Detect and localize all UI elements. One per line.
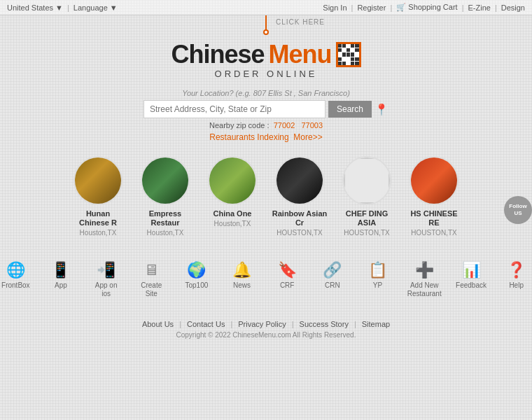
sep3: | bbox=[390, 4, 392, 12]
sep4: | bbox=[462, 4, 464, 12]
footer-link-success-story[interactable]: Success Story bbox=[300, 320, 349, 328]
restaurant-img-inner bbox=[75, 158, 121, 204]
restaurant-card[interactable]: Hunan Chinese R Houston,TX bbox=[70, 156, 126, 237]
logo-menu: Menu bbox=[269, 42, 332, 67]
nav-label: Top100 bbox=[181, 281, 213, 290]
nav-icon: ❓ bbox=[500, 261, 532, 279]
nav-label: YP bbox=[362, 281, 393, 290]
nav-icon: 🌍 bbox=[181, 261, 213, 279]
restaurant-img bbox=[275, 156, 324, 205]
nav-label: Help bbox=[500, 281, 532, 290]
search-button[interactable]: Search bbox=[328, 101, 372, 118]
signin-link[interactable]: Sign In bbox=[323, 4, 346, 12]
nav-item-add-new-restaurant[interactable]: ➕ Add New Restaurant bbox=[407, 261, 442, 298]
click-here-wrapper: CLICK HERE bbox=[0, 15, 532, 35]
nav-item-app-on-ios[interactable]: 📲 App on ios bbox=[90, 261, 122, 298]
restaurant-location: Houston,TX bbox=[70, 229, 126, 237]
footer-link-about-us[interactable]: About Us bbox=[142, 320, 174, 328]
restaurant-location: HOUSTON,TX bbox=[272, 229, 328, 237]
nav-icon: 📋 bbox=[362, 261, 393, 279]
nav-label: App bbox=[46, 281, 77, 290]
nav-label: News bbox=[226, 281, 258, 290]
restaurant-img-inner bbox=[344, 158, 390, 204]
country-selector[interactable]: United States ▼ bbox=[7, 4, 63, 12]
zip1-link[interactable]: 77002 bbox=[274, 121, 295, 130]
cart-link[interactable]: 🛒 Shopping Cart bbox=[396, 3, 457, 12]
nav-item-create-site[interactable]: 🖥 Create Site bbox=[136, 261, 167, 298]
footer-link-sitemap[interactable]: Sitemap bbox=[362, 320, 390, 328]
footer-separator: | bbox=[230, 320, 232, 328]
nav-item-frontbox[interactable]: 🌐 FrontBox bbox=[0, 261, 31, 298]
nav-label: Feedback bbox=[456, 281, 487, 290]
restaurant-img-inner bbox=[276, 158, 323, 204]
restaurant-img-inner bbox=[142, 158, 188, 204]
top-bar-left: United States ▼ | Language ▼ bbox=[7, 4, 118, 12]
qr-inner bbox=[338, 44, 359, 65]
footer: About Us|Contact Us|Privacy Policy|Succe… bbox=[0, 311, 532, 344]
nav-item-crf[interactable]: 🔖 CRF bbox=[272, 261, 303, 298]
restaurants-indexing: Restaurants Indexing More>> bbox=[0, 132, 532, 142]
nav-icon: ➕ bbox=[407, 261, 442, 279]
search-row: Search 📍 bbox=[0, 100, 532, 118]
restaurant-name: China One bbox=[204, 209, 260, 218]
restaurant-name: CHEF DING ASIA bbox=[339, 209, 395, 227]
restaurant-location: HOUSTON,TX bbox=[406, 229, 462, 237]
location-label: Your Location? (e.g. 807 Ellis St , San … bbox=[0, 89, 532, 97]
order-online-text: ORDER ONLINE bbox=[0, 69, 532, 79]
nav-item-top100[interactable]: 🌍 Top100 bbox=[181, 261, 213, 298]
nav-item-help[interactable]: ❓ Help bbox=[500, 261, 532, 298]
nav-icon: 📲 bbox=[90, 261, 122, 279]
restaurant-card[interactable]: HS CHINESE RE HOUSTON,TX bbox=[406, 156, 462, 237]
restaurant-name: Empress Restaur bbox=[137, 209, 193, 227]
nav-item-news[interactable]: 🔔 News bbox=[226, 261, 258, 298]
restaurant-img bbox=[141, 156, 190, 205]
nav-label: Add New Restaurant bbox=[407, 281, 442, 298]
nav-icon: 🔔 bbox=[226, 261, 258, 279]
nav-item-crn[interactable]: 🔗 CRN bbox=[317, 261, 349, 298]
nav-label: FrontBox bbox=[0, 281, 31, 290]
nav-label: CRF bbox=[272, 281, 303, 290]
nav-item-yp[interactable]: 📋 YP bbox=[362, 261, 393, 298]
follow-us-text: FollowUS bbox=[509, 203, 526, 216]
separator: | bbox=[67, 4, 69, 12]
restaurant-img-inner bbox=[411, 158, 457, 204]
restaurants-indexing-link[interactable]: Restaurants Indexing bbox=[209, 132, 288, 142]
logo-chinese: Chinese bbox=[171, 42, 264, 67]
language-selector[interactable]: Language ▼ bbox=[74, 4, 118, 12]
nav-icon: 📱 bbox=[46, 261, 77, 279]
design-link[interactable]: Design bbox=[501, 4, 525, 12]
more-link[interactable]: More>> bbox=[293, 132, 322, 142]
logo[interactable]: ChineseMenu bbox=[171, 42, 360, 67]
nav-label: CRN bbox=[317, 281, 349, 290]
restaurant-card[interactable]: Empress Restaur Houston,TX bbox=[137, 156, 193, 237]
nav-item-feedback[interactable]: 📊 Feedback bbox=[456, 261, 487, 298]
top-bar: United States ▼ | Language ▼ Sign In | R… bbox=[0, 0, 532, 15]
click-here-text[interactable]: CLICK HERE bbox=[276, 18, 325, 26]
restaurant-img bbox=[74, 156, 122, 205]
sep2: | bbox=[351, 4, 354, 12]
qr-code[interactable] bbox=[336, 42, 361, 67]
nav-icon: 🌐 bbox=[0, 261, 31, 279]
restaurant-card[interactable]: Rainbow Asian Cr HOUSTON,TX bbox=[272, 156, 328, 237]
restaurant-location: HOUSTON,TX bbox=[339, 229, 395, 237]
footer-separator: | bbox=[179, 320, 181, 328]
ezine-link[interactable]: E-Zine bbox=[468, 4, 490, 12]
restaurant-location: Houston,TX bbox=[204, 220, 260, 227]
footer-separator: | bbox=[354, 320, 356, 328]
restaurant-card[interactable]: CHEF DING ASIA HOUSTON,TX bbox=[339, 156, 395, 237]
search-section: Your Location? (e.g. 807 Ellis St , San … bbox=[0, 83, 532, 145]
location-icon[interactable]: 📍 bbox=[374, 103, 388, 116]
nav-label: App on ios bbox=[90, 281, 122, 298]
register-link[interactable]: Register bbox=[357, 4, 386, 12]
footer-link-privacy-policy[interactable]: Privacy Policy bbox=[238, 320, 286, 328]
nav-icon: 🔗 bbox=[317, 261, 349, 279]
footer-copyright: Copyright © 2022 ChineseMenu.com All Rig… bbox=[0, 331, 532, 339]
zip2-link[interactable]: 77003 bbox=[301, 121, 323, 130]
restaurant-card[interactable]: China One Houston,TX bbox=[204, 156, 260, 237]
search-input[interactable] bbox=[144, 100, 326, 118]
restaurant-name: HS CHINESE RE bbox=[406, 209, 462, 227]
footer-link-contact-us[interactable]: Contact Us bbox=[187, 320, 225, 328]
footer-links: About Us|Contact Us|Privacy Policy|Succe… bbox=[0, 320, 532, 328]
follow-us-badge[interactable]: FollowUS bbox=[504, 196, 532, 224]
nav-item-app[interactable]: 📱 App bbox=[46, 261, 77, 298]
